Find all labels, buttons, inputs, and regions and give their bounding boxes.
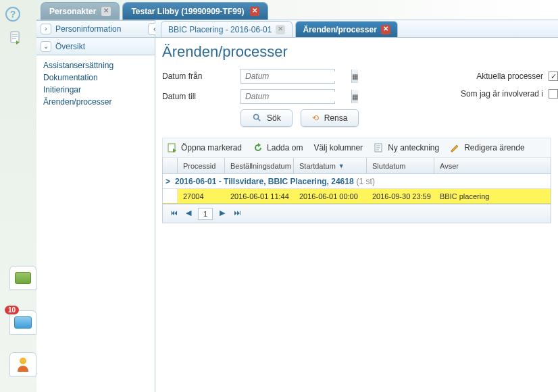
svg-rect-0 [11,32,19,43]
grid: Processid Beställningsdatum Startdatum ▼… [162,158,551,204]
label-datum-till: Datum till [162,92,240,101]
col-avser[interactable]: Avser [434,158,551,173]
pager-last-icon[interactable]: ⏭ [232,208,243,219]
sok-button[interactable]: Sök [240,109,293,127]
label-aktuella: Aktuella processer [476,72,543,81]
sort-desc-icon: ▼ [338,163,345,169]
col-slutdatum[interactable]: Slutdatum [367,158,434,173]
label-datum-fran: Datum från [162,72,240,81]
datum-fran-field[interactable] [241,72,351,81]
top-tab-personakter[interactable]: Personakter ✕ [41,2,120,20]
pager-first-icon[interactable]: ⏮ [168,208,179,219]
close-icon[interactable]: ✕ [101,7,111,16]
label-involverad: Som jag är involverad i [461,89,543,99]
grid-header: Processid Beställningsdatum Startdatum ▼… [163,158,551,174]
svg-point-2 [254,114,259,119]
search-icon [252,113,261,124]
reload-icon [253,142,263,153]
sidebar-item-arenden[interactable]: Ärenden/processer [43,96,148,108]
cell-slutdatum: 2016-09-30 23:59 [367,189,434,203]
group-chevron-icon: > [166,177,175,186]
notification-badge: 10 [5,306,19,314]
panel-oversikt[interactable]: ⌄ Översikt [36,38,155,55]
datum-till-field[interactable] [241,92,351,101]
panel-personinformation[interactable]: › Personinformation [36,20,155,38]
taskbar-item-1[interactable] [9,266,36,290]
cell-startdatum: 2016-06-01 00:00 [294,189,367,203]
group-count: (1 st) [357,177,375,186]
sidebar-item-dokumentation[interactable]: Dokumentation [43,72,148,84]
calendar-icon[interactable]: ▦ [351,90,358,103]
page-title: Ärenden/processer [162,43,551,61]
tab-label: Testar Libby (19990909-TF99) [131,7,244,16]
tool-label: Ladda om [267,143,303,152]
sub-tab-arenden[interactable]: Ärenden/processer ✕ [295,21,397,37]
sidebar-item-assistans[interactable]: Assistansersättning [43,59,148,72]
sub-tab-bbic[interactable]: BBIC Placering - 2016-06-01 ✕ [161,21,293,37]
taskbar-item-user[interactable] [9,352,36,376]
datum-fran-input[interactable]: ▦ [240,69,335,84]
close-icon[interactable]: ✕ [381,25,390,34]
col-expander [163,158,178,173]
close-icon[interactable]: ✕ [276,25,285,34]
panel-title: Översikt [55,42,85,51]
open-icon [167,142,178,153]
chevron-right-icon[interactable]: › [41,24,51,34]
grid-group-row[interactable]: > 2016-06-01 - Tillsvidare, BBIC Placeri… [163,174,551,189]
tool-label: Ny anteckning [388,143,439,152]
taskbar-item-2[interactable]: 10 [9,310,36,335]
edit-icon [450,142,461,153]
button-label: Rensa [324,113,348,123]
col-label: Startdatum [299,162,336,170]
clear-icon: ⟲ [312,113,319,123]
tab-label: BBIC Placering - 2016-06-01 [168,25,272,34]
checkbox-involverad[interactable] [549,89,558,99]
sidebar-item-initieringar[interactable]: Initieringar [43,84,148,96]
tool-ladda[interactable]: Ladda om [253,142,303,153]
col-startdatum[interactable]: Startdatum ▼ [294,158,367,173]
button-label: Sök [267,113,281,123]
svg-line-3 [258,118,261,121]
group-title: 2016-06-01 - Tillsvidare, BBIC Placering… [175,177,354,186]
row-expander [163,189,178,203]
checkbox-aktuella[interactable]: ✓ [549,72,558,81]
pager: ⏮ ◀ 1 ▶ ⏭ [162,204,551,223]
help-icon[interactable]: ? [5,7,20,22]
tab-label: Personakter [49,7,96,16]
chevron-down-icon[interactable]: ⌄ [41,41,51,52]
cell-bestallning: 2016-06-01 11:44 [225,189,294,203]
cell-processid: 27004 [178,189,225,203]
tool-redigera[interactable]: Redigera ärende [450,142,524,153]
panel-title: Personinformation [55,24,121,34]
tool-anteckning[interactable]: Ny anteckning [374,142,439,153]
svg-point-1 [20,358,26,364]
tool-label: Redigera ärende [464,143,524,152]
col-processid[interactable]: Processid [178,158,225,173]
tool-label: Öppna markerad [181,143,242,152]
pager-prev-icon[interactable]: ◀ [183,208,194,219]
grid-data-row[interactable]: 27004 2016-06-01 11:44 2016-06-01 00:00 … [163,189,551,204]
pager-page-number[interactable]: 1 [198,208,213,220]
grid-toolbar: Öppna markerad Ladda om Välj kolumner Ny… [162,138,551,158]
top-tab-testar-libby[interactable]: Testar Libby (19990909-TF99) ✕ [122,2,268,20]
document-export-icon[interactable] [9,31,22,45]
rensa-button[interactable]: ⟲ Rensa [301,109,359,127]
tool-oppna[interactable]: Öppna markerad [167,142,242,153]
datum-till-input[interactable]: ▦ [240,89,335,104]
pager-next-icon[interactable]: ▶ [217,208,228,219]
col-bestallningsdatum[interactable]: Beställningsdatum [225,158,294,173]
close-icon[interactable]: ✕ [250,7,259,16]
tool-kolumner[interactable]: Välj kolumner [313,143,363,152]
sub-tab-strip: BBIC Placering - 2016-06-01 ✕ Ärenden/pr… [155,20,558,38]
note-icon [374,142,384,153]
tab-label: Ärenden/processer [303,25,376,34]
tool-label: Välj kolumner [313,143,363,152]
cell-avser: BBIC placering [434,189,551,203]
top-tab-strip: Personakter ✕ Testar Libby (19990909-TF9… [36,0,558,20]
sidebar: › Personinformation ‹ ⌄ Översikt Assista… [36,20,155,392]
calendar-icon[interactable]: ▦ [351,69,358,83]
